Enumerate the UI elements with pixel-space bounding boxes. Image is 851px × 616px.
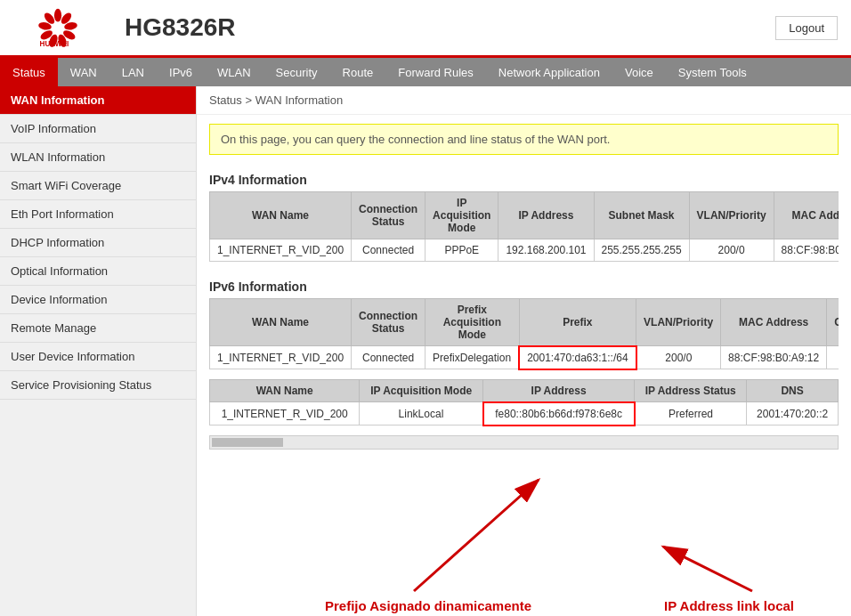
- ipv6-bottom-table-wrap: WAN Name IP Acquisition Mode IP Address …: [209, 379, 839, 426]
- ipv6-col-wan-name: WAN Name: [210, 299, 352, 346]
- header: HUAWEI HG8326R Logout: [0, 0, 851, 58]
- sidebar-item-service-provisioning-status[interactable]: Service Provisioning Status: [0, 371, 196, 400]
- nav-item-network-application[interactable]: Network Application: [486, 58, 612, 86]
- ipv6-wan-name: 1_INTERNET_R_VID_200: [210, 346, 352, 369]
- ipv4-table-wrap: WAN Name ConnectionStatus IP Acquisition…: [209, 191, 839, 262]
- ipv6b-col-ip-acquisition-mode: IP Acquisition Mode: [360, 379, 483, 402]
- svg-text:HUAWEI: HUAWEI: [40, 39, 69, 47]
- ipv4-col-ip-acquisition-mode: IP AcquisitionMode: [426, 192, 498, 239]
- ipv4-col-ip-address: IP Address: [498, 192, 594, 239]
- sidebar-item-voip-information[interactable]: VoIP Information: [0, 115, 196, 143]
- ipv6-mac-address: 88:CF:98:B0:A9:12: [721, 346, 827, 369]
- info-notice: On this page, you can query the connecti…: [209, 124, 839, 155]
- ipv4-vlan-priority: 200/0: [689, 239, 774, 262]
- nav-item-route[interactable]: Route: [330, 58, 386, 86]
- ipv6-col-prefix: Prefix: [519, 299, 636, 346]
- sidebar-item-eth-port-information[interactable]: Eth Port Information: [0, 200, 196, 229]
- ipv6b-ip-acquisition-mode: LinkLocal: [360, 402, 483, 426]
- ipv4-row-1: 1_INTERNET_R_VID_200 Connected PPPoE 192…: [210, 239, 839, 262]
- ipv6b-wan-name: 1_INTERNET_R_VID_200: [210, 402, 360, 426]
- ipv6-connection-status: Connected: [352, 346, 426, 369]
- ipv6-col-vlan-priority: VLAN/Priority: [636, 299, 721, 346]
- svg-line-13: [663, 547, 752, 591]
- nav-item-voice[interactable]: Voice: [612, 58, 666, 86]
- ipv6-col-gateway: Gateway: [827, 299, 839, 346]
- ipv4-subnet-mask: 255.255.255.255: [594, 239, 689, 262]
- logout-button[interactable]: Logout: [775, 16, 838, 40]
- ipv6-top-table-wrap: WAN Name ConnectionStatus Prefix Acquisi…: [209, 298, 839, 370]
- ipv4-ip-acquisition-mode: PPPoE: [426, 239, 498, 262]
- nav-item-security[interactable]: Security: [263, 58, 330, 86]
- ipv4-table: WAN Name ConnectionStatus IP Acquisition…: [209, 191, 839, 262]
- device-title: HG8326R: [116, 13, 775, 42]
- ipv4-ip-address: 192.168.200.101: [498, 239, 594, 262]
- ipv6-top-row-1: 1_INTERNET_R_VID_200 Connected PrefixDel…: [210, 346, 839, 369]
- nav-item-lan[interactable]: LAN: [109, 58, 157, 86]
- ipv6-vlan-priority: 200/0: [636, 346, 721, 369]
- ipv6-prefix-value: 2001:470:da63:1::/64: [519, 346, 636, 369]
- ipv6b-ip-address-status: Preferred: [635, 402, 747, 426]
- sidebar-item-wlan-information[interactable]: WLAN Information: [0, 143, 196, 172]
- ipv4-section-title: IPv4 Information: [197, 164, 851, 191]
- annotation-label-prefix: Prefijo Asignado dinamicamente: [325, 598, 531, 613]
- ipv6b-col-ip-address: IP Address: [483, 379, 635, 402]
- nav-item-forward-rules[interactable]: Forward Rules: [385, 58, 486, 86]
- ipv6b-col-ip-address-status: IP Address Status: [635, 379, 747, 402]
- horizontal-scrollbar[interactable]: [209, 435, 839, 450]
- svg-point-0: [54, 8, 61, 21]
- ipv6-col-mac-address: MAC Address: [721, 299, 827, 346]
- nav-item-wan[interactable]: WAN: [58, 58, 109, 86]
- ipv4-col-vlan-priority: VLAN/Priority: [689, 192, 774, 239]
- sidebar-item-device-information[interactable]: Device Information: [0, 286, 196, 314]
- ipv6-bottom-table: WAN Name IP Acquisition Mode IP Address …: [209, 379, 839, 426]
- ipv6b-dns: 2001:470:20::2: [747, 402, 839, 426]
- sidebar-item-smart-wifi-coverage[interactable]: Smart WiFi Coverage: [0, 172, 196, 200]
- sidebar-item-optical-information[interactable]: Optical Information: [0, 257, 196, 286]
- huawei-logo: HUAWEI: [31, 8, 85, 48]
- breadcrumb: Status > WAN Information: [197, 86, 851, 115]
- nav-item-wlan[interactable]: WLAN: [205, 58, 263, 86]
- ipv4-wan-name: 1_INTERNET_R_VID_200: [210, 239, 352, 262]
- nav-item-system-tools[interactable]: System Tools: [666, 58, 759, 86]
- ipv4-mac-address: 88:CF:98:B0:A9:12: [774, 239, 839, 262]
- ipv4-col-connection-status: ConnectionStatus: [352, 192, 426, 239]
- sidebar-item-user-device-information[interactable]: User Device Information: [0, 343, 196, 371]
- annotations-svg: [209, 453, 839, 617]
- nav-item-status[interactable]: Status: [0, 58, 58, 86]
- ipv6-section-title: IPv6 Information: [197, 271, 851, 298]
- ipv4-col-subnet-mask: Subnet Mask: [594, 192, 689, 239]
- ipv6-bottom-row-1: 1_INTERNET_R_VID_200 LinkLocal fe80::80b…: [210, 402, 839, 426]
- sidebar-item-wan-information[interactable]: WAN Information: [0, 86, 196, 115]
- annotation-label-ip-link-local: IP Address link local: [664, 598, 794, 613]
- scroll-thumb[interactable]: [212, 438, 283, 447]
- svg-line-12: [414, 480, 539, 591]
- ipv6b-col-wan-name: WAN Name: [210, 379, 360, 402]
- ipv4-col-wan-name: WAN Name: [210, 192, 352, 239]
- logo-area: HUAWEI: [0, 1, 116, 55]
- ipv6-gateway: --: [827, 346, 839, 369]
- nav-item-ipv6[interactable]: IPv6: [157, 58, 205, 86]
- ipv6-prefix-acquisition-mode: PrefixDelegation: [426, 346, 520, 369]
- ipv6-col-prefix-acquisition-mode: Prefix AcquisitionMode: [426, 299, 520, 346]
- ipv6b-col-dns: DNS: [747, 379, 839, 402]
- ipv4-col-mac-address: MAC Address: [774, 192, 839, 239]
- sidebar: WAN Information VoIP Information WLAN In…: [0, 86, 197, 616]
- ipv6b-ip-address: fe80::80b6:b66d:f978:6e8c: [483, 402, 635, 426]
- ipv6-top-table: WAN Name ConnectionStatus Prefix Acquisi…: [209, 298, 839, 370]
- content-area: Status > WAN Information On this page, y…: [197, 86, 851, 616]
- nav-bar: Status WAN LAN IPv6 WLAN Security Route …: [0, 58, 851, 86]
- sidebar-item-dhcp-information[interactable]: DHCP Information: [0, 229, 196, 257]
- ipv6-col-connection-status: ConnectionStatus: [352, 299, 426, 346]
- ipv4-connection-status: Connected: [352, 239, 426, 262]
- sidebar-item-remote-manage[interactable]: Remote Manage: [0, 314, 196, 343]
- annotation-area: Prefijo Asignado dinamicamente IP Addres…: [209, 453, 839, 617]
